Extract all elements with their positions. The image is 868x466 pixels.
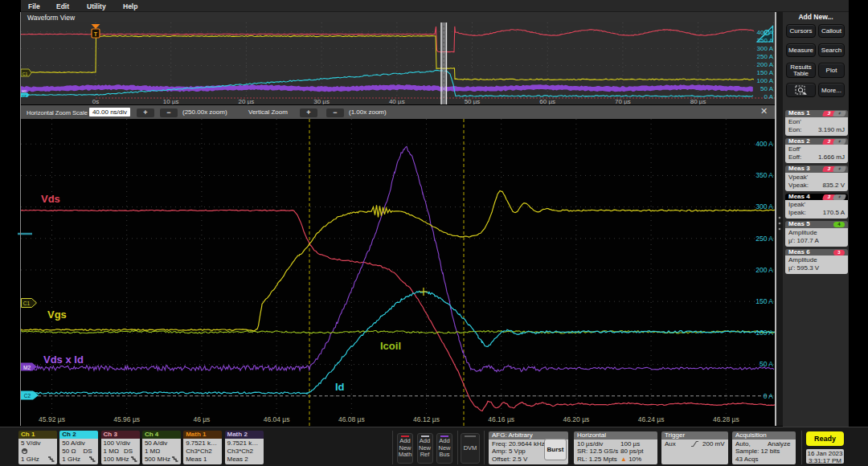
svg-text:60 µs: 60 µs xyxy=(539,98,555,105)
svg-text:150 A: 150 A xyxy=(757,69,774,76)
svg-text:30 µs: 30 µs xyxy=(313,98,330,105)
svg-text:46.24 µs: 46.24 µs xyxy=(638,415,665,423)
svg-text:50 µs: 50 µs xyxy=(465,98,481,105)
svg-text:45.96 µs: 45.96 µs xyxy=(113,415,140,423)
svg-text:200 A: 200 A xyxy=(757,61,774,68)
svg-text:46.08 µs: 46.08 µs xyxy=(338,415,365,423)
svg-text:200 A: 200 A xyxy=(755,266,773,274)
svg-text:350 A: 350 A xyxy=(755,171,773,179)
svg-text:20 µs: 20 µs xyxy=(239,98,255,105)
svg-text:M2: M2 xyxy=(22,89,27,93)
svg-text:C2: C2 xyxy=(22,94,27,98)
svg-text:150 A: 150 A xyxy=(755,297,773,305)
svg-text:45.92 µs: 45.92 µs xyxy=(39,415,65,423)
svg-text:400 A: 400 A xyxy=(755,140,773,148)
svg-text:46.12 µs: 46.12 µs xyxy=(413,415,440,423)
svg-text:0 A: 0 A xyxy=(764,392,774,400)
svg-text:400 A: 400 A xyxy=(757,29,774,36)
svg-text:50 A: 50 A xyxy=(760,360,773,368)
svg-text:46.20 µs: 46.20 µs xyxy=(563,415,590,423)
svg-text:46.28 µs: 46.28 µs xyxy=(713,415,739,423)
svg-text:46.04 µs: 46.04 µs xyxy=(264,415,290,423)
svg-text:80 µs: 80 µs xyxy=(690,98,706,105)
svg-text:0 A: 0 A xyxy=(764,93,773,100)
svg-text:C1: C1 xyxy=(23,300,31,306)
svg-text:46.16 µs: 46.16 µs xyxy=(488,415,514,423)
svg-text:C1: C1 xyxy=(23,72,28,76)
svg-text:100 A: 100 A xyxy=(757,77,774,84)
svg-text:T: T xyxy=(94,31,98,37)
svg-text:0s: 0s xyxy=(92,98,99,105)
svg-text:250 A: 250 A xyxy=(755,235,773,243)
svg-text:M2: M2 xyxy=(23,365,31,370)
svg-text:300 A: 300 A xyxy=(757,45,774,52)
svg-text:C2: C2 xyxy=(24,393,31,399)
svg-text:46 µs: 46 µs xyxy=(193,415,210,423)
svg-text:70 µs: 70 µs xyxy=(615,98,631,105)
svg-text:250 A: 250 A xyxy=(757,53,774,60)
svg-text:40 µs: 40 µs xyxy=(389,98,405,105)
svg-text:10 µs: 10 µs xyxy=(163,98,179,105)
svg-text:50 A: 50 A xyxy=(760,85,774,92)
svg-text:350 A: 350 A xyxy=(757,37,774,44)
